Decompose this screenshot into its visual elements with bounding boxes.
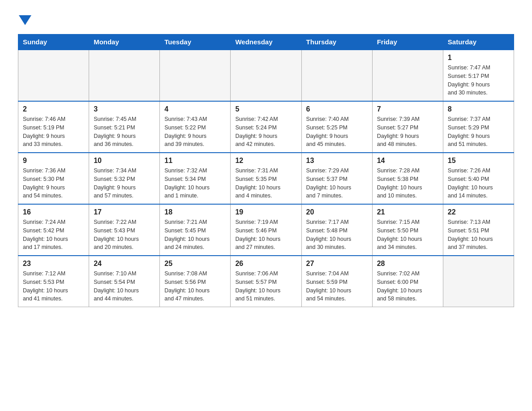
calendar-table: SundayMondayTuesdayWednesdayThursdayFrid… <box>18 34 514 307</box>
day-number: 10 <box>94 157 155 165</box>
day-info: Sunrise: 7:04 AMSunset: 5:59 PMDaylight:… <box>306 270 368 303</box>
calendar-day-cell: 26Sunrise: 7:06 AMSunset: 5:57 PMDayligh… <box>231 256 301 307</box>
calendar-day-cell: 8Sunrise: 7:37 AMSunset: 5:29 PMDaylight… <box>443 101 514 153</box>
day-number: 21 <box>377 208 438 216</box>
calendar-day-cell: 27Sunrise: 7:04 AMSunset: 5:59 PMDayligh… <box>301 256 372 307</box>
day-info: Sunrise: 7:26 AMSunset: 5:40 PMDaylight:… <box>448 167 509 200</box>
calendar-day-cell: 12Sunrise: 7:31 AMSunset: 5:35 PMDayligh… <box>231 153 301 204</box>
day-number: 26 <box>235 260 296 268</box>
calendar-header-saturday: Saturday <box>443 34 514 50</box>
calendar-day-cell: 14Sunrise: 7:28 AMSunset: 5:38 PMDayligh… <box>372 153 443 204</box>
calendar-week-row: 1Sunrise: 7:47 AMSunset: 5:17 PMDaylight… <box>18 50 514 101</box>
day-info: Sunrise: 7:29 AMSunset: 5:37 PMDaylight:… <box>306 167 368 200</box>
day-info: Sunrise: 7:34 AMSunset: 5:32 PMDaylight:… <box>94 167 155 200</box>
calendar-day-cell: 28Sunrise: 7:02 AMSunset: 6:00 PMDayligh… <box>372 256 443 307</box>
day-info: Sunrise: 7:08 AMSunset: 5:56 PMDaylight:… <box>164 270 226 303</box>
calendar-day-cell <box>231 50 301 101</box>
day-number: 18 <box>164 208 226 216</box>
calendar-header-row: SundayMondayTuesdayWednesdayThursdayFrid… <box>18 34 514 50</box>
day-number: 12 <box>235 157 296 165</box>
calendar-week-row: 16Sunrise: 7:24 AMSunset: 5:42 PMDayligh… <box>18 204 514 256</box>
calendar-header-wednesday: Wednesday <box>231 34 301 50</box>
day-info: Sunrise: 7:19 AMSunset: 5:46 PMDaylight:… <box>235 218 296 252</box>
calendar-day-cell: 10Sunrise: 7:34 AMSunset: 5:32 PMDayligh… <box>89 153 160 204</box>
day-info: Sunrise: 7:47 AMSunset: 5:17 PMDaylight:… <box>448 64 509 97</box>
calendar-day-cell <box>89 50 160 101</box>
day-info: Sunrise: 7:22 AMSunset: 5:43 PMDaylight:… <box>94 218 155 252</box>
day-info: Sunrise: 7:15 AMSunset: 5:50 PMDaylight:… <box>377 218 438 252</box>
day-number: 20 <box>306 208 368 216</box>
calendar-day-cell: 24Sunrise: 7:10 AMSunset: 5:54 PMDayligh… <box>89 256 160 307</box>
calendar-day-cell: 16Sunrise: 7:24 AMSunset: 5:42 PMDayligh… <box>18 204 89 256</box>
day-info: Sunrise: 7:12 AMSunset: 5:53 PMDaylight:… <box>23 270 84 303</box>
day-number: 27 <box>306 260 368 268</box>
calendar-day-cell: 11Sunrise: 7:32 AMSunset: 5:34 PMDayligh… <box>160 153 231 204</box>
calendar-day-cell: 15Sunrise: 7:26 AMSunset: 5:40 PMDayligh… <box>443 153 514 204</box>
day-info: Sunrise: 7:36 AMSunset: 5:30 PMDaylight:… <box>23 167 84 200</box>
calendar-day-cell <box>18 50 89 101</box>
day-number: 13 <box>306 157 368 165</box>
day-info: Sunrise: 7:39 AMSunset: 5:27 PMDaylight:… <box>377 115 438 149</box>
calendar-day-cell: 1Sunrise: 7:47 AMSunset: 5:17 PMDaylight… <box>443 50 514 101</box>
day-info: Sunrise: 7:21 AMSunset: 5:45 PMDaylight:… <box>164 218 226 252</box>
day-info: Sunrise: 7:45 AMSunset: 5:21 PMDaylight:… <box>94 115 155 149</box>
day-number: 5 <box>235 105 296 113</box>
day-number: 23 <box>23 260 84 268</box>
day-info: Sunrise: 7:31 AMSunset: 5:35 PMDaylight:… <box>235 167 296 200</box>
day-number: 24 <box>94 260 155 268</box>
day-number: 1 <box>448 54 509 62</box>
calendar-day-cell: 17Sunrise: 7:22 AMSunset: 5:43 PMDayligh… <box>89 204 160 256</box>
calendar-day-cell: 5Sunrise: 7:42 AMSunset: 5:24 PMDaylight… <box>231 101 301 153</box>
calendar-day-cell: 9Sunrise: 7:36 AMSunset: 5:30 PMDaylight… <box>18 153 89 204</box>
calendar-day-cell: 13Sunrise: 7:29 AMSunset: 5:37 PMDayligh… <box>301 153 372 204</box>
day-number: 4 <box>164 105 226 113</box>
calendar-header-friday: Friday <box>372 34 443 50</box>
day-info: Sunrise: 7:10 AMSunset: 5:54 PMDaylight:… <box>94 270 155 303</box>
day-info: Sunrise: 7:46 AMSunset: 5:19 PMDaylight:… <box>23 115 84 149</box>
calendar-day-cell: 25Sunrise: 7:08 AMSunset: 5:56 PMDayligh… <box>160 256 231 307</box>
day-number: 22 <box>448 208 509 216</box>
calendar-week-row: 9Sunrise: 7:36 AMSunset: 5:30 PMDaylight… <box>18 153 514 204</box>
day-number: 8 <box>448 105 509 113</box>
day-info: Sunrise: 7:02 AMSunset: 6:00 PMDaylight:… <box>377 270 438 303</box>
calendar-day-cell: 7Sunrise: 7:39 AMSunset: 5:27 PMDaylight… <box>372 101 443 153</box>
day-number: 28 <box>377 260 438 268</box>
calendar-day-cell: 23Sunrise: 7:12 AMSunset: 5:53 PMDayligh… <box>18 256 89 307</box>
day-info: Sunrise: 7:37 AMSunset: 5:29 PMDaylight:… <box>448 115 509 149</box>
calendar-day-cell: 3Sunrise: 7:45 AMSunset: 5:21 PMDaylight… <box>89 101 160 153</box>
calendar-header-tuesday: Tuesday <box>160 34 231 50</box>
calendar-week-row: 2Sunrise: 7:46 AMSunset: 5:19 PMDaylight… <box>18 101 514 153</box>
day-number: 15 <box>448 157 509 165</box>
calendar-day-cell <box>160 50 231 101</box>
day-number: 14 <box>377 157 438 165</box>
day-number: 2 <box>23 105 84 113</box>
logo <box>18 13 31 25</box>
day-number: 3 <box>94 105 155 113</box>
day-number: 16 <box>23 208 84 216</box>
calendar-day-cell: 18Sunrise: 7:21 AMSunset: 5:45 PMDayligh… <box>160 204 231 256</box>
calendar-day-cell <box>372 50 443 101</box>
day-number: 17 <box>94 208 155 216</box>
day-number: 11 <box>164 157 226 165</box>
day-info: Sunrise: 7:42 AMSunset: 5:24 PMDaylight:… <box>235 115 296 149</box>
day-number: 9 <box>23 157 84 165</box>
day-info: Sunrise: 7:17 AMSunset: 5:48 PMDaylight:… <box>306 218 368 252</box>
calendar-header-sunday: Sunday <box>18 34 89 50</box>
day-number: 25 <box>164 260 226 268</box>
calendar-day-cell: 22Sunrise: 7:13 AMSunset: 5:51 PMDayligh… <box>443 204 514 256</box>
day-info: Sunrise: 7:13 AMSunset: 5:51 PMDaylight:… <box>448 218 509 252</box>
day-info: Sunrise: 7:28 AMSunset: 5:38 PMDaylight:… <box>377 167 438 200</box>
calendar-day-cell <box>301 50 372 101</box>
day-info: Sunrise: 7:24 AMSunset: 5:42 PMDaylight:… <box>23 218 84 252</box>
day-number: 6 <box>306 105 368 113</box>
day-info: Sunrise: 7:32 AMSunset: 5:34 PMDaylight:… <box>164 167 226 200</box>
calendar-day-cell: 4Sunrise: 7:43 AMSunset: 5:22 PMDaylight… <box>160 101 231 153</box>
calendar-day-cell: 2Sunrise: 7:46 AMSunset: 5:19 PMDaylight… <box>18 101 89 153</box>
page-header <box>18 13 514 25</box>
calendar-day-cell: 6Sunrise: 7:40 AMSunset: 5:25 PMDaylight… <box>301 101 372 153</box>
day-number: 19 <box>235 208 296 216</box>
day-number: 7 <box>377 105 438 113</box>
calendar-header-monday: Monday <box>89 34 160 50</box>
calendar-day-cell: 20Sunrise: 7:17 AMSunset: 5:48 PMDayligh… <box>301 204 372 256</box>
day-info: Sunrise: 7:40 AMSunset: 5:25 PMDaylight:… <box>306 115 368 149</box>
